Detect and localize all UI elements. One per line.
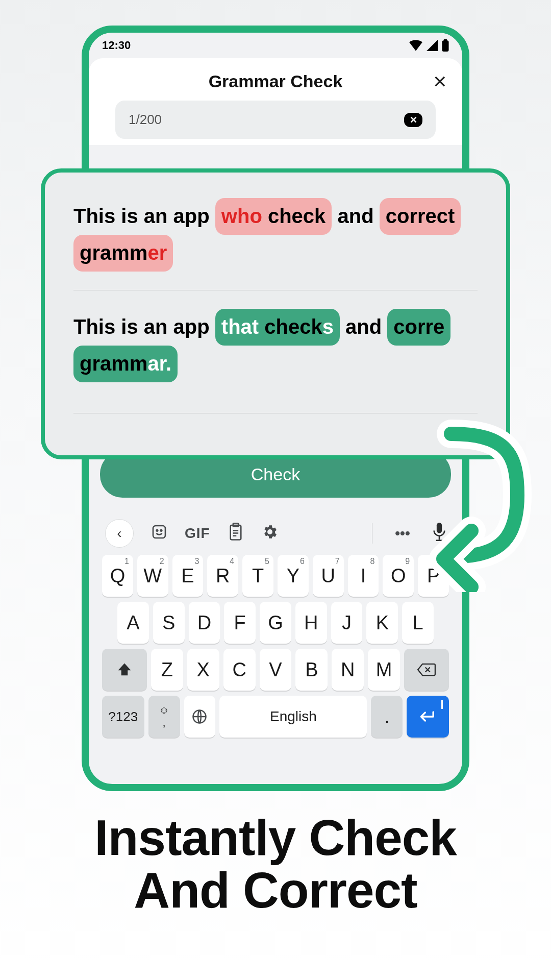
key-k[interactable]: K [366,602,398,644]
status-icons [409,39,449,52]
close-icon[interactable]: ✕ [433,71,447,92]
key-language[interactable] [184,696,216,738]
comparison-card: This is an app who check and correct gra… [41,168,510,459]
key-t[interactable]: T [242,555,273,597]
app-header: Grammar Check ✕ 1/200 ✕ [89,58,462,145]
status-time: 12:30 [102,39,131,52]
key-h[interactable]: H [295,602,327,644]
corrected-sentence: This is an app that checks and corre gra… [73,309,478,382]
clipboard-icon[interactable] [228,523,244,545]
fix-highlight[interactable]: grammar. [73,346,178,382]
svg-rect-2 [153,526,165,538]
keyboard-row-3: Z X C V B N M [102,649,449,691]
keyboard-row-1: Q W E R T Y U I O P [102,555,449,597]
fix-highlight[interactable]: corre [387,309,450,346]
divider [73,413,478,413]
key-shift[interactable] [102,649,147,691]
key-s[interactable]: S [153,602,185,644]
tagline: Instantly Check And Correct [0,812,551,917]
key-symbols[interactable]: ?123 [102,696,144,738]
key-j[interactable]: J [331,602,363,644]
toolbar-separator [372,523,372,544]
keyboard-toolbar: ‹ GIF ••• [100,516,451,555]
keyboard: Q W E R T Y U I O P A S D F G H J K L [100,555,451,748]
key-z[interactable]: Z [151,649,183,691]
clear-input-button[interactable]: ✕ [404,113,422,127]
key-a[interactable]: A [117,602,149,644]
keyboard-row-4: ?123 ☺ , English . [102,696,449,738]
status-bar: 12:30 [89,33,462,58]
key-c[interactable]: C [223,649,256,691]
gif-icon[interactable]: GIF [185,525,210,542]
key-i[interactable]: I [348,555,379,597]
divider [73,290,478,290]
key-r[interactable]: R [207,555,238,597]
keyboard-back-icon[interactable]: ‹ [105,519,134,548]
svg-rect-0 [442,40,448,52]
key-q[interactable]: Q [102,555,133,597]
key-u[interactable]: U [313,555,344,597]
svg-rect-1 [444,39,447,41]
svg-rect-5 [230,525,241,540]
char-counter: 1/200 [129,112,162,128]
error-highlight[interactable]: correct [380,198,461,235]
svg-point-4 [161,530,162,531]
key-emoji[interactable]: ☺ , [148,696,180,738]
error-highlight[interactable]: who check [215,198,332,235]
key-d[interactable]: D [189,602,220,644]
more-icon[interactable]: ••• [390,525,415,542]
wifi-icon [409,40,422,51]
key-w[interactable]: W [137,555,168,597]
key-v[interactable]: V [260,649,292,691]
svg-point-3 [157,530,158,531]
page-title: Grammar Check [104,71,447,91]
key-g[interactable]: G [260,602,291,644]
key-e[interactable]: E [172,555,204,597]
sticker-icon[interactable] [151,524,167,544]
keyboard-row-2: A S D F G H J K L [102,602,449,644]
key-n[interactable]: N [332,649,364,691]
key-f[interactable]: F [224,602,256,644]
key-x[interactable]: X [187,649,219,691]
key-backspace[interactable] [404,649,449,691]
key-l[interactable]: L [402,602,434,644]
signal-icon [427,40,438,51]
fix-highlight[interactable]: that checks [215,309,340,346]
key-b[interactable]: B [295,649,328,691]
key-enter[interactable] [407,696,449,738]
key-y[interactable]: Y [278,555,309,597]
error-highlight[interactable]: grammer [73,235,173,272]
key-period[interactable]: . [371,696,403,738]
gear-icon[interactable] [261,523,279,544]
key-space[interactable]: English [219,696,367,738]
counter-box: 1/200 ✕ [115,101,436,139]
key-o[interactable]: O [383,555,414,597]
original-sentence: This is an app who check and correct gra… [73,198,478,272]
key-m[interactable]: M [368,649,400,691]
swap-arrow-icon [415,419,533,594]
battery-icon [442,39,449,52]
